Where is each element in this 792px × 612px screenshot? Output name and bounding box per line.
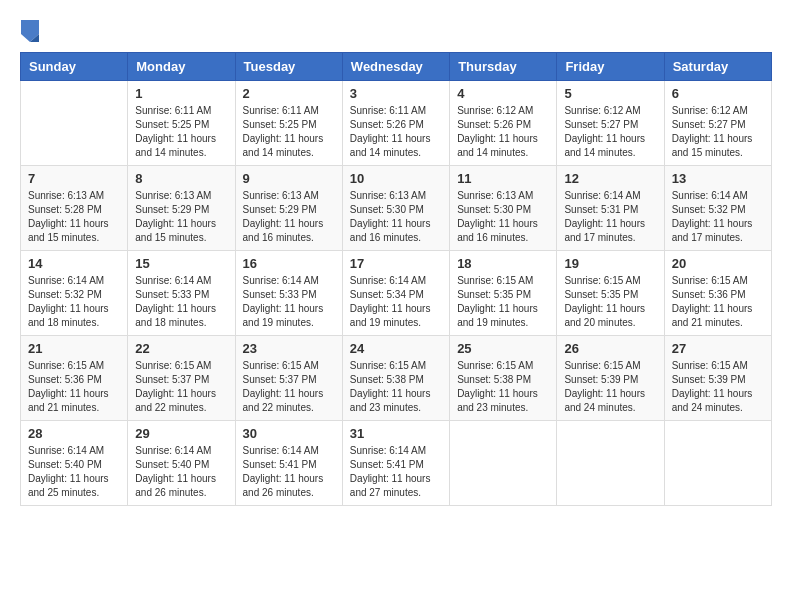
day-number: 29 [135, 426, 227, 441]
day-info: Sunrise: 6:13 AMSunset: 5:29 PMDaylight:… [135, 189, 227, 245]
day-number: 30 [243, 426, 335, 441]
day-info: Sunrise: 6:14 AMSunset: 5:31 PMDaylight:… [564, 189, 656, 245]
calendar-header-row: SundayMondayTuesdayWednesdayThursdayFrid… [21, 53, 772, 81]
day-number: 7 [28, 171, 120, 186]
calendar-cell: 29Sunrise: 6:14 AMSunset: 5:40 PMDayligh… [128, 421, 235, 506]
day-info: Sunrise: 6:13 AMSunset: 5:29 PMDaylight:… [243, 189, 335, 245]
day-info: Sunrise: 6:14 AMSunset: 5:41 PMDaylight:… [243, 444, 335, 500]
calendar-cell: 21Sunrise: 6:15 AMSunset: 5:36 PMDayligh… [21, 336, 128, 421]
day-number: 21 [28, 341, 120, 356]
calendar-cell: 7Sunrise: 6:13 AMSunset: 5:28 PMDaylight… [21, 166, 128, 251]
page-header [20, 20, 772, 42]
day-info: Sunrise: 6:14 AMSunset: 5:33 PMDaylight:… [243, 274, 335, 330]
calendar-cell: 10Sunrise: 6:13 AMSunset: 5:30 PMDayligh… [342, 166, 449, 251]
calendar-cell: 5Sunrise: 6:12 AMSunset: 5:27 PMDaylight… [557, 81, 664, 166]
day-info: Sunrise: 6:11 AMSunset: 5:26 PMDaylight:… [350, 104, 442, 160]
day-info: Sunrise: 6:15 AMSunset: 5:35 PMDaylight:… [457, 274, 549, 330]
calendar-cell: 20Sunrise: 6:15 AMSunset: 5:36 PMDayligh… [664, 251, 771, 336]
day-number: 23 [243, 341, 335, 356]
day-number: 31 [350, 426, 442, 441]
day-info: Sunrise: 6:15 AMSunset: 5:37 PMDaylight:… [243, 359, 335, 415]
day-number: 2 [243, 86, 335, 101]
calendar-cell [664, 421, 771, 506]
day-info: Sunrise: 6:11 AMSunset: 5:25 PMDaylight:… [135, 104, 227, 160]
day-number: 22 [135, 341, 227, 356]
day-number: 6 [672, 86, 764, 101]
day-number: 1 [135, 86, 227, 101]
calendar-cell: 25Sunrise: 6:15 AMSunset: 5:38 PMDayligh… [450, 336, 557, 421]
day-number: 12 [564, 171, 656, 186]
logo [20, 20, 40, 42]
calendar-cell [557, 421, 664, 506]
day-number: 16 [243, 256, 335, 271]
calendar-cell: 3Sunrise: 6:11 AMSunset: 5:26 PMDaylight… [342, 81, 449, 166]
calendar-header-saturday: Saturday [664, 53, 771, 81]
calendar-cell: 13Sunrise: 6:14 AMSunset: 5:32 PMDayligh… [664, 166, 771, 251]
day-info: Sunrise: 6:15 AMSunset: 5:39 PMDaylight:… [672, 359, 764, 415]
calendar-cell: 16Sunrise: 6:14 AMSunset: 5:33 PMDayligh… [235, 251, 342, 336]
calendar-cell: 4Sunrise: 6:12 AMSunset: 5:26 PMDaylight… [450, 81, 557, 166]
day-number: 4 [457, 86, 549, 101]
day-number: 13 [672, 171, 764, 186]
calendar-cell [450, 421, 557, 506]
logo-icon [21, 20, 39, 42]
calendar-cell: 28Sunrise: 6:14 AMSunset: 5:40 PMDayligh… [21, 421, 128, 506]
day-number: 14 [28, 256, 120, 271]
calendar-week-row: 21Sunrise: 6:15 AMSunset: 5:36 PMDayligh… [21, 336, 772, 421]
day-number: 19 [564, 256, 656, 271]
calendar-header-wednesday: Wednesday [342, 53, 449, 81]
day-info: Sunrise: 6:11 AMSunset: 5:25 PMDaylight:… [243, 104, 335, 160]
calendar-cell: 30Sunrise: 6:14 AMSunset: 5:41 PMDayligh… [235, 421, 342, 506]
calendar-cell: 9Sunrise: 6:13 AMSunset: 5:29 PMDaylight… [235, 166, 342, 251]
day-info: Sunrise: 6:15 AMSunset: 5:37 PMDaylight:… [135, 359, 227, 415]
calendar-cell: 23Sunrise: 6:15 AMSunset: 5:37 PMDayligh… [235, 336, 342, 421]
calendar-cell: 2Sunrise: 6:11 AMSunset: 5:25 PMDaylight… [235, 81, 342, 166]
day-number: 15 [135, 256, 227, 271]
day-info: Sunrise: 6:15 AMSunset: 5:35 PMDaylight:… [564, 274, 656, 330]
day-info: Sunrise: 6:15 AMSunset: 5:36 PMDaylight:… [672, 274, 764, 330]
day-number: 17 [350, 256, 442, 271]
calendar-cell: 31Sunrise: 6:14 AMSunset: 5:41 PMDayligh… [342, 421, 449, 506]
day-number: 28 [28, 426, 120, 441]
calendar-cell: 6Sunrise: 6:12 AMSunset: 5:27 PMDaylight… [664, 81, 771, 166]
calendar-header-monday: Monday [128, 53, 235, 81]
day-number: 5 [564, 86, 656, 101]
calendar-cell: 1Sunrise: 6:11 AMSunset: 5:25 PMDaylight… [128, 81, 235, 166]
calendar-week-row: 28Sunrise: 6:14 AMSunset: 5:40 PMDayligh… [21, 421, 772, 506]
calendar-week-row: 7Sunrise: 6:13 AMSunset: 5:28 PMDaylight… [21, 166, 772, 251]
day-info: Sunrise: 6:14 AMSunset: 5:40 PMDaylight:… [28, 444, 120, 500]
day-info: Sunrise: 6:15 AMSunset: 5:36 PMDaylight:… [28, 359, 120, 415]
day-number: 3 [350, 86, 442, 101]
day-number: 20 [672, 256, 764, 271]
calendar-table: SundayMondayTuesdayWednesdayThursdayFrid… [20, 52, 772, 506]
calendar-cell: 22Sunrise: 6:15 AMSunset: 5:37 PMDayligh… [128, 336, 235, 421]
day-number: 24 [350, 341, 442, 356]
calendar-cell: 11Sunrise: 6:13 AMSunset: 5:30 PMDayligh… [450, 166, 557, 251]
day-info: Sunrise: 6:15 AMSunset: 5:38 PMDaylight:… [350, 359, 442, 415]
day-info: Sunrise: 6:13 AMSunset: 5:28 PMDaylight:… [28, 189, 120, 245]
day-info: Sunrise: 6:14 AMSunset: 5:32 PMDaylight:… [672, 189, 764, 245]
calendar-cell: 14Sunrise: 6:14 AMSunset: 5:32 PMDayligh… [21, 251, 128, 336]
calendar-header-friday: Friday [557, 53, 664, 81]
calendar-cell: 18Sunrise: 6:15 AMSunset: 5:35 PMDayligh… [450, 251, 557, 336]
day-info: Sunrise: 6:14 AMSunset: 5:33 PMDaylight:… [135, 274, 227, 330]
day-info: Sunrise: 6:15 AMSunset: 5:39 PMDaylight:… [564, 359, 656, 415]
calendar-header-thursday: Thursday [450, 53, 557, 81]
day-number: 8 [135, 171, 227, 186]
calendar-header-sunday: Sunday [21, 53, 128, 81]
day-info: Sunrise: 6:14 AMSunset: 5:41 PMDaylight:… [350, 444, 442, 500]
day-info: Sunrise: 6:14 AMSunset: 5:40 PMDaylight:… [135, 444, 227, 500]
calendar-cell: 26Sunrise: 6:15 AMSunset: 5:39 PMDayligh… [557, 336, 664, 421]
calendar-cell: 8Sunrise: 6:13 AMSunset: 5:29 PMDaylight… [128, 166, 235, 251]
day-number: 10 [350, 171, 442, 186]
calendar-cell: 15Sunrise: 6:14 AMSunset: 5:33 PMDayligh… [128, 251, 235, 336]
day-number: 27 [672, 341, 764, 356]
calendar-week-row: 14Sunrise: 6:14 AMSunset: 5:32 PMDayligh… [21, 251, 772, 336]
day-number: 26 [564, 341, 656, 356]
calendar-cell: 24Sunrise: 6:15 AMSunset: 5:38 PMDayligh… [342, 336, 449, 421]
calendar-week-row: 1Sunrise: 6:11 AMSunset: 5:25 PMDaylight… [21, 81, 772, 166]
calendar-cell: 19Sunrise: 6:15 AMSunset: 5:35 PMDayligh… [557, 251, 664, 336]
day-info: Sunrise: 6:12 AMSunset: 5:27 PMDaylight:… [564, 104, 656, 160]
calendar-cell: 27Sunrise: 6:15 AMSunset: 5:39 PMDayligh… [664, 336, 771, 421]
calendar-cell: 12Sunrise: 6:14 AMSunset: 5:31 PMDayligh… [557, 166, 664, 251]
